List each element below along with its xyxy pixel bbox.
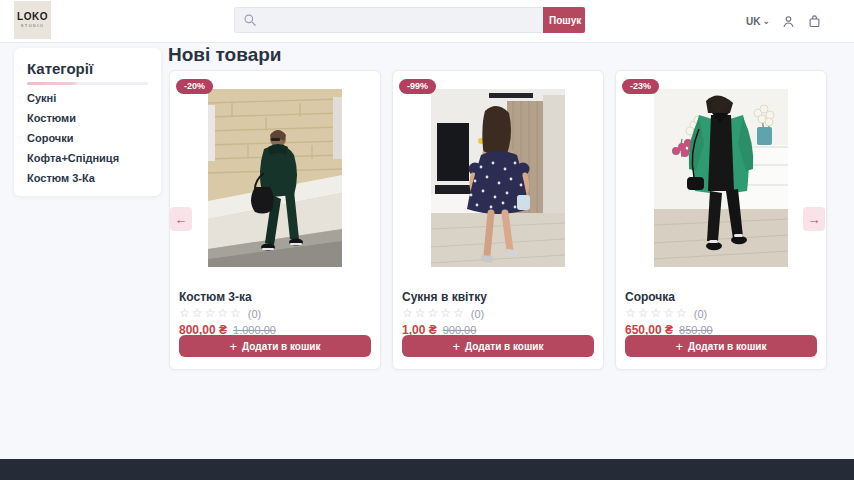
- search-field-wrap: [234, 7, 543, 33]
- search-input[interactable]: [235, 8, 543, 32]
- arrow-left-icon: ←: [175, 212, 188, 227]
- header: LOKO STUDIO Пошук UK ⌄: [0, 0, 854, 43]
- product-photo-street: [208, 89, 342, 267]
- product-rating: ☆☆☆☆☆ (0): [179, 307, 380, 320]
- carousel-next-button[interactable]: →: [803, 207, 825, 231]
- cart-icon[interactable]: [806, 13, 822, 29]
- logo-subtitle: STUDIO: [21, 24, 45, 28]
- plus-icon: +: [230, 340, 238, 353]
- header-actions: UK ⌄: [746, 0, 822, 42]
- discount-badge: -23%: [622, 79, 659, 94]
- product-rating: ☆☆☆☆☆ (0): [402, 307, 603, 320]
- add-to-cart-label: Додати в кошик: [242, 341, 320, 352]
- language-label: UK: [746, 16, 760, 27]
- chevron-down-icon: ⌄: [762, 17, 770, 25]
- categories-underline: [27, 82, 148, 85]
- sidebar-item-sorochky[interactable]: Сорочки: [27, 132, 148, 145]
- rating-count: (0): [471, 308, 484, 320]
- product-name[interactable]: Сукня в квітку: [402, 291, 594, 304]
- add-to-cart-button[interactable]: + Додати в кошик: [402, 335, 594, 357]
- product-image[interactable]: [431, 89, 565, 267]
- product-rating: ☆☆☆☆☆ (0): [625, 307, 826, 320]
- product-card: -23%: [615, 70, 827, 370]
- sidebar-item-kostyum-3ka[interactable]: Костюм 3-Ка: [27, 172, 148, 185]
- sidebar-item-sukni[interactable]: Сукні: [27, 92, 148, 105]
- product-card: -99%: [392, 70, 604, 370]
- sidebar-item-kostyumy[interactable]: Костюми: [27, 112, 148, 125]
- add-to-cart-button[interactable]: + Додати в кошик: [179, 335, 371, 357]
- product-name[interactable]: Сорочка: [625, 291, 817, 304]
- product-name[interactable]: Костюм 3-ка: [179, 291, 371, 304]
- add-to-cart-label: Додати в кошик: [688, 341, 766, 352]
- product-photo-interior: [431, 89, 565, 267]
- plus-icon: +: [453, 340, 461, 353]
- plus-icon: +: [676, 340, 684, 353]
- logo[interactable]: LOKO STUDIO: [14, 1, 51, 39]
- add-to-cart-button[interactable]: + Додати в кошик: [625, 335, 817, 357]
- footer: [0, 459, 854, 480]
- product-card: -20%: [169, 70, 381, 370]
- rating-count: (0): [248, 308, 261, 320]
- language-selector[interactable]: UK ⌄: [746, 16, 770, 27]
- categories-panel: Категорії Сукні Костюми Сорочки Кофта+Сп…: [14, 48, 161, 196]
- product-photo-kitchen: [654, 89, 788, 267]
- categories-title: Категорії: [27, 60, 148, 77]
- logo-title: LOKO: [17, 12, 48, 22]
- add-to-cart-label: Додати в кошик: [465, 341, 543, 352]
- star-rating-icons: ☆☆☆☆☆: [402, 307, 466, 320]
- carousel-prev-button[interactable]: ←: [170, 207, 192, 231]
- arrow-right-icon: →: [808, 212, 821, 227]
- page-title: Нові товари: [168, 44, 282, 66]
- product-image[interactable]: [208, 89, 342, 267]
- search-button[interactable]: Пошук: [543, 7, 585, 33]
- search-bar: Пошук: [234, 7, 585, 33]
- discount-badge: -99%: [399, 79, 436, 94]
- discount-badge: -20%: [176, 79, 213, 94]
- account-icon[interactable]: [780, 13, 796, 29]
- star-rating-icons: ☆☆☆☆☆: [179, 307, 243, 320]
- star-rating-icons: ☆☆☆☆☆: [625, 307, 689, 320]
- rating-count: (0): [694, 308, 707, 320]
- product-image[interactable]: [654, 89, 788, 267]
- sidebar-item-kofta-spidnytsya[interactable]: Кофта+Спідниця: [27, 152, 148, 165]
